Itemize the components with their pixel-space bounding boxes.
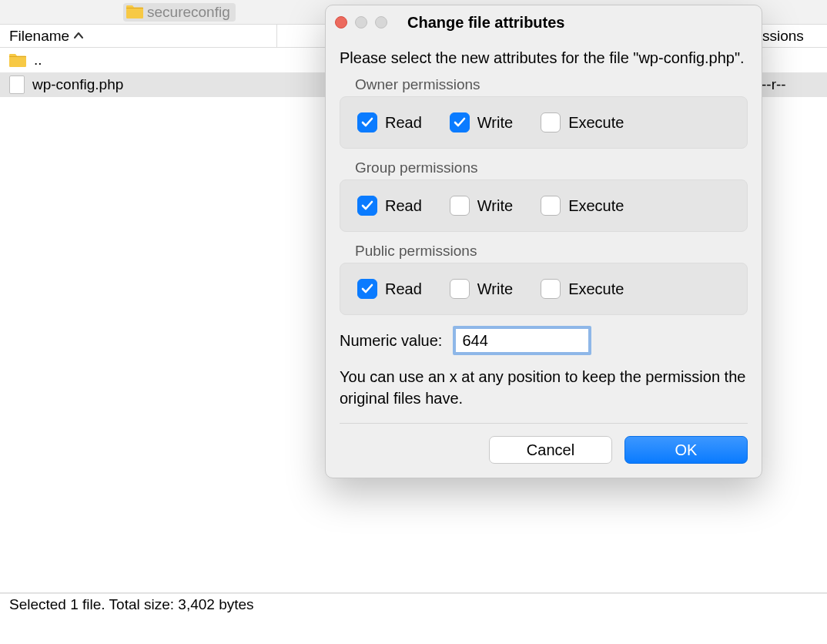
checkmark-icon — [357, 112, 377, 132]
document-icon — [9, 75, 25, 94]
dialog-prompt: Please select the new attributes for the… — [340, 47, 748, 69]
checkbox-icon — [541, 112, 561, 132]
group-execute-checkbox[interactable]: Execute — [541, 196, 624, 216]
cancel-button[interactable]: Cancel — [489, 436, 612, 464]
public-read-checkbox[interactable]: Read — [357, 279, 422, 299]
owner-execute-checkbox[interactable]: Execute — [541, 112, 624, 132]
maximize-icon — [375, 16, 387, 29]
group-permissions-section: Group permissions Read Write — [340, 159, 748, 232]
checkbox-icon — [541, 196, 561, 216]
checkbox-label: Write — [477, 280, 513, 298]
checkbox-label: Read — [385, 197, 422, 215]
public-write-checkbox[interactable]: Write — [450, 279, 513, 299]
close-icon[interactable] — [335, 16, 347, 29]
file-name-label: .. — [34, 52, 42, 69]
breadcrumb-item-secureconfig[interactable]: secureconfig — [123, 3, 236, 22]
group-permissions-label: Group permissions — [340, 159, 748, 176]
dialog-buttons: Cancel OK — [340, 436, 748, 464]
column-header-filename-label: Filename — [9, 28, 69, 45]
dialog-titlebar: Change file attributes — [326, 5, 762, 39]
checkbox-label: Execute — [568, 197, 624, 215]
ok-button[interactable]: OK — [624, 436, 748, 464]
sort-ascending-icon — [74, 30, 83, 42]
hint-text: You can use an x at any position to keep… — [340, 366, 748, 409]
status-text: Selected 1 file. Total size: 3,402 bytes — [9, 596, 254, 613]
checkbox-icon — [541, 279, 561, 299]
minimize-icon — [355, 16, 367, 29]
column-header-permissions-label: ssions — [762, 28, 804, 45]
public-permissions-label: Public permissions — [340, 243, 748, 260]
folder-icon — [9, 54, 26, 67]
numeric-value-input[interactable] — [453, 326, 591, 355]
numeric-value-row: Numeric value: — [340, 326, 748, 355]
checkbox-label: Execute — [568, 114, 624, 132]
group-write-checkbox[interactable]: Write — [450, 196, 513, 216]
status-bar: Selected 1 file. Total size: 3,402 bytes — [0, 593, 827, 615]
checkmark-icon — [357, 279, 377, 299]
button-label: Cancel — [527, 441, 574, 459]
public-permissions-section: Public permissions Read Write — [340, 243, 748, 315]
owner-permissions-section: Owner permissions Read Write — [340, 76, 748, 149]
breadcrumb-label: secureconfig — [147, 4, 230, 21]
checkmark-icon — [357, 196, 377, 216]
checkmark-icon — [450, 112, 470, 132]
file-name-label: wp-config.php — [32, 76, 123, 93]
window-controls — [335, 16, 387, 29]
change-attributes-dialog: Change file attributes Please select the… — [325, 5, 762, 478]
column-header-filename[interactable]: Filename — [0, 25, 277, 47]
public-execute-checkbox[interactable]: Execute — [541, 279, 624, 299]
checkbox-label: Write — [477, 114, 513, 132]
checkbox-label: Read — [385, 280, 422, 298]
owner-write-checkbox[interactable]: Write — [450, 112, 513, 132]
column-header-permissions[interactable]: ssions — [758, 25, 827, 47]
checkbox-label: Read — [385, 114, 422, 132]
dialog-title: Change file attributes — [407, 14, 564, 32]
checkbox-label: Write — [477, 197, 513, 215]
folder-icon — [126, 5, 143, 18]
file-permissions-label: --r-- — [758, 76, 827, 93]
numeric-value-label: Numeric value: — [340, 332, 442, 350]
separator — [340, 423, 748, 424]
checkbox-icon — [450, 279, 470, 299]
owner-permissions-label: Owner permissions — [340, 76, 748, 93]
checkbox-icon — [450, 196, 470, 216]
button-label: OK — [675, 441, 698, 459]
group-read-checkbox[interactable]: Read — [357, 196, 422, 216]
owner-read-checkbox[interactable]: Read — [357, 112, 422, 132]
checkbox-label: Execute — [568, 280, 624, 298]
